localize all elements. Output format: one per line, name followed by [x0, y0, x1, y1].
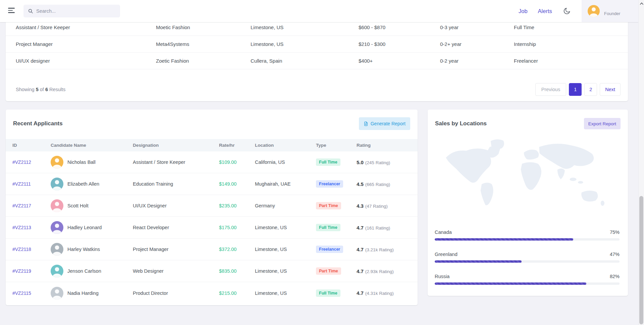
pagination-next-button[interactable]: Next: [600, 83, 621, 96]
summary-text: of: [40, 87, 44, 92]
candidate-cell: Scott Holt: [51, 199, 133, 212]
job-experience: 0-2+ year: [440, 41, 514, 47]
table-row: #VZ2117 Scott Holt UI/UX Designer $235.0…: [6, 195, 418, 217]
location: Limestone, US: [255, 268, 316, 274]
col-designation: Designation: [133, 143, 219, 148]
candidate-name: Elizabeth Allen: [67, 181, 99, 187]
candidate-avatar: [51, 178, 63, 190]
search-input[interactable]: [36, 8, 113, 14]
rate-value: $235.00: [219, 203, 255, 208]
summary-text: Showing: [16, 87, 35, 92]
person-icon: [51, 156, 63, 169]
location: Mughairah, UAE: [255, 181, 316, 187]
export-report-button[interactable]: Export Report: [584, 118, 621, 129]
job-experience: 0-2 year: [440, 58, 514, 64]
applicant-id-link[interactable]: #VZ2115: [12, 290, 51, 296]
nav-link-alerts[interactable]: Alerts: [538, 8, 552, 14]
page-scrollbar[interactable]: [638, 0, 644, 325]
recent-applicants-header: Recent Applicants Generate Report: [13, 117, 410, 130]
applicant-id-link[interactable]: #VZ2117: [12, 203, 51, 208]
designation: Product Director: [133, 290, 219, 296]
progress-fill: [435, 260, 522, 263]
top-navbar: Job Alerts Founder: [0, 0, 638, 22]
report-file-icon: [364, 121, 368, 126]
dark-mode-toggle[interactable]: [563, 7, 571, 15]
scroll-up-arrow-icon[interactable]: [639, 1, 644, 6]
location-percent: 75%: [610, 230, 620, 235]
designation: Education Training: [133, 181, 219, 187]
rating-value: 4.7: [357, 290, 364, 296]
pagination-previous-button[interactable]: Previous: [535, 83, 566, 96]
progress-fill: [435, 238, 573, 241]
applicant-id-link[interactable]: #VZ2112: [12, 159, 51, 165]
rating-value: 5.0: [357, 159, 364, 165]
sales-header: Sales by Locations Export Report: [435, 117, 621, 130]
search-icon: [28, 8, 33, 14]
designation: React Developer: [133, 225, 219, 230]
user-avatar: [588, 5, 600, 17]
scrollbar-thumb[interactable]: [639, 196, 643, 324]
rating-count: (47 Rating): [365, 204, 388, 209]
candidate-avatar: [51, 287, 63, 300]
applicant-id-link[interactable]: #VZ2119: [12, 268, 51, 274]
type-badge: Freelancer: [316, 246, 343, 253]
table-row: #VZ2111 Elizabeth Allen Education Traini…: [6, 173, 418, 195]
pagination-page-2[interactable]: 2: [584, 83, 597, 96]
job-salary: $210 - $300: [359, 41, 440, 47]
rate-value: $109.00: [219, 159, 255, 165]
applicant-id-link[interactable]: #VZ2113: [12, 225, 51, 230]
pagination-page-1[interactable]: 1: [569, 83, 582, 96]
applicants-table-header: ID Candidate Name Designation Rate/hr Lo…: [6, 139, 418, 151]
location-name: Canada: [435, 230, 452, 235]
user-menu[interactable]: Founder: [582, 0, 638, 22]
applicants-table: ID Candidate Name Designation Rate/hr Lo…: [6, 139, 418, 304]
person-icon: [51, 221, 63, 234]
search-box[interactable]: [23, 5, 120, 17]
location: Germany: [255, 203, 316, 208]
progress-track: [435, 282, 620, 285]
hamburger-menu-icon[interactable]: [8, 8, 15, 14]
designation: Assistant / Store Keeper: [133, 159, 219, 165]
table-row: #VZ2112 Nicholas Ball Assistant / Store …: [6, 151, 418, 173]
job-experience: 0-3 year: [440, 24, 514, 30]
location-row: Russia 82%: [435, 274, 620, 285]
person-icon: [588, 5, 600, 17]
location: Limestone, US: [255, 290, 316, 296]
candidate-cell: Harley Watkins: [51, 243, 133, 256]
candidate-name: Nicholas Ball: [67, 159, 96, 165]
type-badge: Full Time: [316, 289, 340, 297]
rate-value: $835.00: [219, 268, 255, 274]
table-row: #VZ2113 Hadley Leonard React Developer $…: [6, 217, 418, 239]
candidate-name: Harley Watkins: [67, 247, 100, 252]
job-location: Limestone, US: [251, 41, 359, 47]
col-location: Location: [255, 143, 316, 148]
location-row: Greenland 47%: [435, 252, 620, 263]
job-row[interactable]: UI/UX designer Zoetic Fashion Cullera, S…: [6, 53, 628, 69]
sales-by-locations-card: Sales by Locations Export Report Canada: [428, 110, 628, 296]
job-company: Meta4Systems: [156, 41, 251, 47]
table-row: #VZ2118 Harley Watkins Project Manager $…: [6, 239, 418, 260]
col-candidate-name: Candidate Name: [51, 143, 133, 148]
job-location: Cullera, Spain: [251, 58, 359, 64]
nav-link-job[interactable]: Job: [519, 8, 528, 14]
applicant-id-link[interactable]: #VZ2111: [12, 181, 51, 187]
jobs-rows: Assistant / Store Keeper Moetic Fashion …: [6, 19, 628, 69]
designation: Project Manager: [133, 247, 219, 252]
recent-applicants-title: Recent Applicants: [13, 120, 63, 127]
location-percent: 47%: [610, 252, 620, 257]
summary-total-count: 6: [45, 87, 48, 92]
rating-count: (665 Rating): [365, 182, 390, 187]
job-company: Zoetic Fashion: [156, 58, 251, 64]
applicant-id-link[interactable]: #VZ2118: [12, 247, 51, 252]
job-row[interactable]: Project Manager Meta4Systems Limestone, …: [6, 36, 628, 53]
person-icon: [51, 178, 63, 190]
designation: UI/UX Designer: [133, 203, 219, 208]
candidate-name: Jenson Carlson: [67, 268, 101, 274]
generate-report-button[interactable]: Generate Report: [359, 117, 410, 130]
rate-value: $149.00: [219, 181, 255, 187]
location-row: Canada 75%: [435, 230, 620, 241]
rate-value: $175.00: [219, 225, 255, 230]
col-type: Type: [316, 143, 357, 148]
locations-list: Canada 75% Greenland 47% Russia 82%: [435, 230, 620, 296]
candidate-name: Hadley Leonard: [67, 225, 102, 230]
